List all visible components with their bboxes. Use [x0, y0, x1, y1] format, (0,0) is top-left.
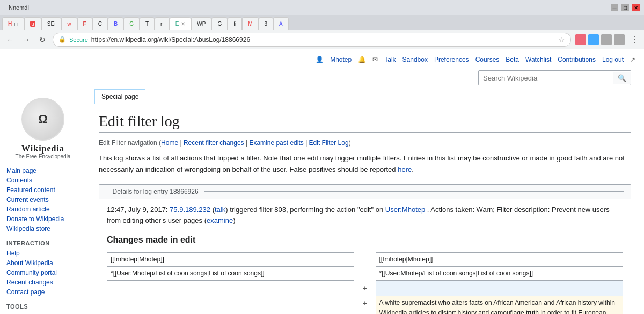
sidebar-item-upload-file[interactable]: Upload file — [6, 312, 79, 314]
address-bar[interactable]: 🔒 Secure https://en.wikipedia.org/wiki/S… — [53, 33, 571, 47]
search-button[interactable]: 🔍 — [613, 72, 631, 84]
diff-plus-4: + — [354, 296, 376, 314]
toolbar-icon-1[interactable] — [575, 34, 586, 45]
log-entry-time: 12:47, July 9, 2017: — [107, 206, 167, 214]
sidebar-item-recent-changes[interactable]: Recent changes — [6, 278, 79, 287]
tab-sei[interactable]: SEi — [41, 17, 62, 30]
sandbox-link[interactable]: Sandbox — [402, 56, 428, 63]
wiki-header: 👤 Mhotep 🔔 ✉ Talk Sandbox Preferences Co… — [0, 49, 644, 67]
diff-row-4: + A white supremacist who alters facts o… — [107, 296, 623, 314]
filter-navigation: Edit Filter navigation (Home | Recent fi… — [99, 139, 631, 147]
tab-u[interactable]: u — [24, 17, 41, 30]
search-bar-row: 🔍 — [0, 67, 644, 89]
preferences-link[interactable]: Preferences — [434, 56, 469, 63]
toolbar-icon-2[interactable] — [588, 34, 599, 45]
diff-plus-2 — [354, 266, 376, 280]
tab-g2[interactable]: G — [211, 17, 228, 30]
diff-cell-new-3 — [376, 281, 623, 296]
logout-link[interactable]: Log out — [602, 56, 624, 63]
maximize-button[interactable]: □ — [621, 4, 629, 11]
close-button[interactable]: ✕ — [632, 4, 640, 11]
diff-row-2: *[[User:Mhotep/List of coon songs|List o… — [107, 266, 623, 280]
tab-b1[interactable]: B — [108, 17, 123, 30]
log-entry-header-text: Details for log entry 18866926 — [113, 188, 199, 195]
browser-menu-button[interactable]: ⋮ — [629, 33, 640, 46]
sidebar-item-random-article[interactable]: Random article — [6, 205, 79, 214]
diff-cell-old-4 — [107, 296, 354, 314]
sidebar-tools: Tools Upload file Special pages Printabl… — [6, 303, 79, 314]
tab-h[interactable]: H◻ — [2, 17, 24, 30]
tab-a[interactable]: A — [273, 17, 289, 30]
log-middle-text: triggered filter 803, performing the act… — [230, 206, 383, 214]
sidebar-item-featured-content[interactable]: Featured content — [6, 185, 79, 195]
toolbar-icon-3[interactable] — [601, 34, 612, 45]
tab-fi[interactable]: fi — [228, 17, 242, 30]
titlebar-label: Nnemdl — [4, 4, 29, 11]
diff-table: [[Imhotep|Mhotep]] [[Imhotep|Mhotep]] — [107, 252, 623, 314]
tab-n[interactable]: n — [155, 17, 170, 30]
sidebar-navigation: Main page Contents Featured content Curr… — [6, 166, 79, 233]
log-ip-link[interactable]: 75.9.189.232 — [170, 206, 210, 214]
tab-3[interactable]: 3 — [259, 17, 274, 30]
log-entry-content: 12:47, July 9, 2017: 75.9.189.232 (talk)… — [99, 199, 631, 314]
filter-nav-recent[interactable]: Recent filter changes — [184, 139, 244, 147]
sidebar-item-wikipedia-store[interactable]: Wikipedia store — [6, 224, 79, 233]
forward-button[interactable]: → — [20, 34, 32, 46]
messages-icon[interactable]: ✉ — [372, 56, 378, 63]
log-talk-link[interactable]: talk — [215, 206, 225, 214]
filter-nav-home[interactable]: Home — [161, 139, 178, 147]
watchlist-link[interactable]: Watchlist — [525, 56, 551, 63]
tab-t1[interactable]: T — [140, 17, 155, 30]
sidebar-item-help[interactable]: Help — [6, 249, 79, 258]
tab-w[interactable]: w — [61, 17, 77, 30]
tab-m[interactable]: M — [242, 17, 258, 30]
browser-tabs-bar: H◻ u SEi w F C B G T n E ✕ WP G fi M 3 A — [0, 15, 644, 30]
wiki-top-nav: 👤 Mhotep 🔔 ✉ Talk Sandbox Preferences Co… — [316, 53, 635, 67]
sidebar-interaction: Interaction Help About Wikipedia Communi… — [6, 240, 79, 297]
intro-text: This log shows a list of all actions tha… — [99, 153, 631, 176]
wiki-main-content: Special page Edit filter log Edit Filter… — [86, 89, 644, 314]
tab-wp[interactable]: WP — [191, 17, 211, 30]
sidebar-item-donate[interactable]: Donate to Wikipedia — [6, 214, 79, 224]
here-link[interactable]: here — [398, 165, 412, 173]
sidebar-item-about-wikipedia[interactable]: About Wikipedia — [6, 258, 79, 268]
talk-link[interactable]: Talk — [384, 56, 396, 63]
sidebar-item-main-page[interactable]: Main page — [6, 166, 79, 176]
wiki-content-area: Edit filter log Edit Filter navigation (… — [86, 104, 644, 314]
wiki-logo-image: Ω — [21, 98, 64, 141]
refresh-button[interactable]: ↻ — [36, 34, 48, 46]
contributions-link[interactable]: Contributions — [558, 56, 596, 63]
diff-row-1: [[Imhotep|Mhotep]] [[Imhotep|Mhotep]] — [107, 252, 623, 266]
wiki-body: Ω Wikipedia The Free Encyclopedia Main p… — [0, 89, 644, 314]
tab-g1[interactable]: G — [123, 17, 140, 30]
bookmark-button[interactable]: ☆ — [558, 35, 565, 44]
wiki-logo-subtitle: The Free Encyclopedia — [6, 154, 79, 159]
tab-f[interactable]: F — [77, 17, 92, 30]
sidebar-tools-title: Tools — [6, 303, 79, 310]
username-link[interactable]: Mhotep — [330, 56, 352, 63]
tab-special-page[interactable]: Special page — [94, 89, 145, 104]
log-user-link[interactable]: User:Mhotep — [385, 206, 425, 214]
beta-link[interactable]: Beta — [506, 56, 519, 63]
back-button[interactable]: ← — [4, 34, 16, 46]
notifications-icon[interactable]: 🔔 — [358, 56, 366, 63]
courses-link[interactable]: Courses — [475, 56, 500, 63]
toolbar-icon-4[interactable] — [614, 34, 625, 45]
filter-nav-log[interactable]: Edit Filter Log — [309, 139, 349, 147]
sidebar-item-community-portal[interactable]: Community portal — [6, 268, 79, 278]
wiki-search-form[interactable]: 🔍 — [478, 70, 631, 85]
tab-active[interactable]: E ✕ — [170, 17, 192, 30]
diff-row-3: + — [107, 281, 623, 296]
sidebar-item-current-events[interactable]: Current events — [6, 195, 79, 205]
sidebar-item-contents[interactable]: Contents — [6, 176, 79, 185]
wiki-logo: Ω Wikipedia The Free Encyclopedia — [6, 93, 79, 166]
sidebar-item-contact-page[interactable]: Contact page — [6, 287, 79, 297]
wiki-sidebar: Ω Wikipedia The Free Encyclopedia Main p… — [0, 89, 86, 314]
filter-nav-examine[interactable]: Examine past edits — [249, 139, 303, 147]
tab-c1[interactable]: C — [92, 17, 108, 30]
minimize-button[interactable]: ─ — [611, 4, 618, 11]
search-input[interactable] — [479, 72, 613, 84]
changes-heading: Changes made in edit — [107, 233, 623, 247]
diff-cell-old-2: *[[User:Mhotep/List of coon songs|List o… — [107, 266, 354, 280]
log-examine-link[interactable]: examine — [207, 216, 233, 224]
